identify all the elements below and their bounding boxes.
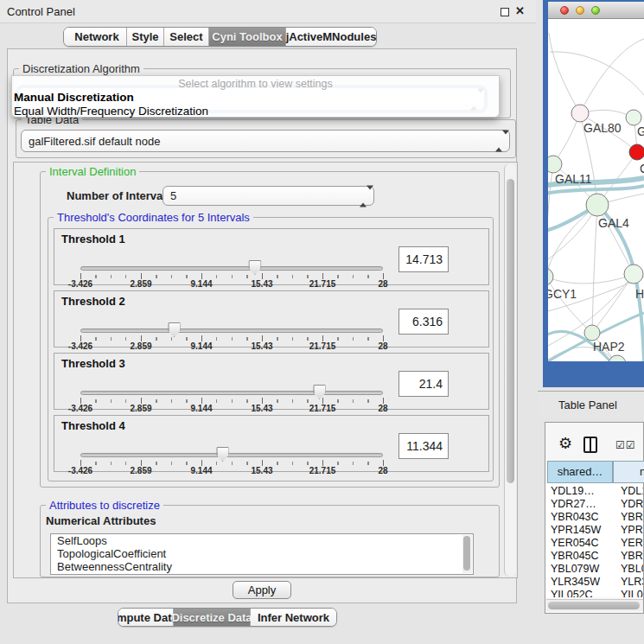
tick-label: 2.859 [130,341,151,351]
table-row[interactable]: YDL19…YDL1 [547,485,643,498]
threshold-4-value-field[interactable]: 11.344 [399,433,449,459]
slider-track[interactable] [80,266,383,271]
column-header-shared[interactable]: shared… [547,461,613,483]
node-gal11[interactable] [548,156,562,173]
tab-infer-network[interactable]: Infer Network [251,609,336,626]
node-hap2[interactable] [584,325,600,341]
tick-label: 15.43 [251,341,272,351]
table-row[interactable]: YIL052CYIL0 [547,589,643,597]
network-graph: GAL80 GA C GAL11 GAL4 GCY1 H HAP2 [548,19,644,361]
tab-select[interactable]: Select [164,28,209,46]
slider-major-ticks [80,273,384,279]
algorithm-dropdown-popup: Select algorithm to view settings Manual… [11,75,500,118]
horizontal-scrollbar-thumb[interactable] [548,602,640,609]
dropdown-option-manual[interactable]: Manual Discretization [14,91,134,104]
table-row[interactable]: YBR043CYBR0 [547,511,643,524]
threshold-2-slider[interactable]: -3.426 2.859 9.144 15.43 21.715 28 [80,322,383,348]
node-gcy1[interactable] [548,268,553,285]
node-label-partial-top: GA [637,124,644,138]
table-row[interactable]: YER054CYER0 [547,537,643,550]
tick-label: 15.43 [251,466,272,475]
node-label-gcy1: GCY1 [548,287,577,301]
number-of-intervals-combobox[interactable]: 5 [163,186,374,206]
cell: YIL0 [621,589,643,597]
zoom-traffic-light-icon[interactable] [591,6,600,15]
table-panel-titlebar: Table Panel [538,391,644,417]
close-icon[interactable]: ✕ [515,4,525,17]
float-window-icon[interactable] [501,8,509,16]
tick-label: 28 [378,466,387,475]
cell: YIL052C [551,589,593,597]
slider-major-ticks [80,460,384,466]
list-item[interactable]: TopologicalCoefficient [51,547,473,560]
cell: YER0 [621,537,643,549]
tab-jactivemnodules[interactable]: jActiveMNodules [286,28,376,46]
combo-arrows-icon [360,189,367,202]
threshold-3-value-field[interactable]: 21.4 [399,371,449,397]
list-scrollbar[interactable] [462,535,472,573]
threshold-3-slider[interactable]: -3.426 2.859 9.144 15.43 21.715 28 [80,385,383,411]
tab-cyni-toolbox[interactable]: Cyni Toolbox [209,28,286,46]
tick-label: 21.715 [309,466,336,475]
apply-button[interactable]: Apply [233,581,291,599]
slider-track[interactable] [80,391,383,395]
slider-track[interactable] [80,453,383,457]
tick-label: 2.859 [130,279,151,289]
vertical-scrollbar-thumb[interactable] [507,179,514,483]
tick-label: -3.426 [68,341,92,351]
cell: YBR045C [551,550,599,562]
tab-style[interactable]: Style [127,28,164,46]
tick-label: 21.715 [309,341,336,351]
interval-definition-group: Interval Definition Number of Intervals … [40,171,500,488]
threshold-4-slider[interactable]: -3.426 2.859 9.144 15.43 21.715 28 [80,447,383,473]
list-scrollbar-thumb[interactable] [463,536,470,571]
slider-track[interactable] [80,328,383,333]
node-partial-top[interactable] [626,110,641,125]
table-row[interactable]: YBR045CYBR0 [547,550,643,563]
attributes-group: Attributes to discretize Numerical Attri… [40,505,500,577]
table-row[interactable]: YBL079WYBL0 [547,563,643,576]
tick-label: -3.426 [68,404,92,413]
close-traffic-light-icon[interactable] [560,6,569,15]
number-of-intervals-value: 5 [170,189,176,202]
cell: YPR1 [621,524,643,536]
table-row[interactable]: YPR145WYPR1 [547,524,643,537]
cell: YBL079W [551,563,599,575]
node-h[interactable] [624,265,643,284]
cell: YDL1 [621,485,643,497]
select-columns-icon[interactable]: ☑☑ [615,439,636,451]
horizontal-scrollbar[interactable] [546,599,643,611]
threshold-1-panel: Threshold 1 -3.426 2.859 9.144 15.43 21.… [54,228,489,285]
table-row[interactable]: YDR27…YDR2 [547,498,643,511]
node-red-selected[interactable] [629,144,644,160]
dropdown-option-equal-width[interactable]: Equal Width/Frequency Discretization [14,105,208,118]
tab-discretize-data[interactable]: Discretize Data [174,609,251,626]
tick-label: 28 [378,279,387,289]
threshold-4-label: Threshold 4 [61,419,125,432]
node-gal4[interactable] [586,194,609,216]
node-gal80[interactable] [571,105,589,122]
thresholds-group: Threshold's Coordinates for 5 Intervals … [48,217,494,481]
threshold-1-value-field[interactable]: 14.713 [399,246,449,272]
threshold-2-label: Threshold 2 [61,295,125,308]
tab-infer-network-label: Infer Network [258,611,329,624]
table-data-combobox[interactable]: galFiltered.sif default node [21,130,510,152]
tab-impute-data[interactable]: Impute Data [118,609,174,626]
threshold-3-panel: Threshold 3 -3.426 2.859 9.144 15.43 21.… [54,353,489,410]
threshold-2-value-field[interactable]: 6.316 [399,309,449,335]
split-view-icon[interactable] [583,437,597,453]
list-item[interactable]: SelfLoops [51,534,473,547]
node-label-gal11: GAL11 [555,172,592,186]
numerical-attributes-list[interactable]: SelfLoops TopologicalCoefficient Between… [50,533,474,575]
minimize-traffic-light-icon[interactable] [576,6,584,15]
table-row[interactable]: YLR345WYLR3 [547,576,643,589]
column-header-name[interactable]: na [613,461,644,483]
tab-network[interactable]: Network [64,28,127,46]
network-canvas[interactable]: GAL80 GA C GAL11 GAL4 GCY1 H HAP2 [548,19,644,361]
network-window-titlebar[interactable] [548,2,644,19]
tick-label: 15.43 [251,279,272,289]
threshold-1-slider[interactable]: -3.426 2.859 9.144 15.43 21.715 28 [80,260,383,286]
vertical-scrollbar[interactable] [504,163,516,577]
list-item[interactable]: BetweennessCentrality [51,560,473,573]
gear-icon[interactable]: ⚙ [558,436,572,451]
